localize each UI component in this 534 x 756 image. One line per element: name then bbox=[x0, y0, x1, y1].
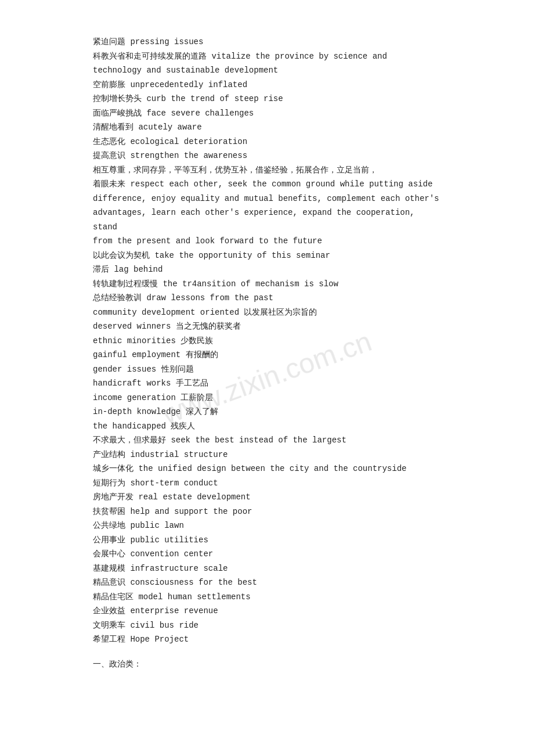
vocabulary-line: handicraft works 手工艺品 bbox=[93, 376, 441, 391]
vocabulary-line: 会展中心 convention center bbox=[93, 547, 441, 561]
vocabulary-line: 房地产开发 real estate development bbox=[93, 490, 441, 505]
vocabulary-line: 提高意识 strengthen the awareness bbox=[93, 149, 441, 163]
vocabulary-line: 精品住宅区 model human settlements bbox=[93, 590, 441, 604]
vocabulary-line: 控制增长势头 curb the trend of steep rise bbox=[93, 92, 441, 106]
vocabulary-line: 相互尊重，求同存异，平等互利，优势互补，借鉴经验，拓展合作，立足当前， bbox=[93, 163, 441, 178]
vocabulary-line: from the present and look forward to the… bbox=[93, 234, 441, 249]
vocabulary-line: 基建规模 infrastructure scale bbox=[93, 561, 441, 576]
vocabulary-line: advantages, learn each other's experienc… bbox=[93, 206, 441, 234]
main-content: 紧迫问题 pressing issues科教兴省和走可持续发展的道路 vital… bbox=[93, 35, 441, 671]
vocabulary-line: the handicapped 残疾人 bbox=[93, 419, 441, 434]
vocabulary-line: 公用事业 public utilities bbox=[93, 533, 441, 548]
vocabulary-line: in-depth knowledge 深入了解 bbox=[93, 405, 441, 419]
vocabulary-line: 短期行为 short-term conduct bbox=[93, 476, 441, 491]
vocabulary-line: 面临严峻挑战 face severe challenges bbox=[93, 106, 441, 121]
vocabulary-line: ethnic minorities 少数民族 bbox=[93, 334, 441, 348]
vocabulary-line: deserved winners 当之无愧的获奖者 bbox=[93, 319, 441, 334]
vocabulary-list: 紧迫问题 pressing issues科教兴省和走可持续发展的道路 vital… bbox=[93, 35, 441, 647]
vocabulary-line: 公共绿地 public lawn bbox=[93, 519, 441, 533]
vocabulary-line: 生态恶化 ecological deterioration bbox=[93, 135, 441, 149]
vocabulary-line: 精品意识 consciousness for the best bbox=[93, 575, 441, 590]
section-heading: 一、政治类： bbox=[93, 657, 441, 672]
vocabulary-line: technology and sustainable development bbox=[93, 63, 441, 78]
vocabulary-line: 紧迫问题 pressing issues bbox=[93, 35, 441, 49]
vocabulary-line: difference, enjoy equality and mutual be… bbox=[93, 192, 441, 206]
vocabulary-line: 希望工程 Hope Project bbox=[93, 632, 441, 647]
vocabulary-line: community development oriented 以发展社区为宗旨的 bbox=[93, 305, 441, 320]
vocabulary-line: 着眼未来 respect each other, seek the common… bbox=[93, 177, 441, 192]
vocabulary-line: 滞后 lag behind bbox=[93, 262, 441, 277]
vocabulary-line: 文明乘车 civil bus ride bbox=[93, 618, 441, 633]
vocabulary-line: 城乡一体化 the unified design between the cit… bbox=[93, 462, 441, 476]
vocabulary-line: 以此会议为契机 take the opportunity of this sem… bbox=[93, 249, 441, 263]
vocabulary-line: gender issues 性别问题 bbox=[93, 362, 441, 377]
vocabulary-line: 清醒地看到 acutely aware bbox=[93, 120, 441, 135]
vocabulary-line: gainful employment 有报酬的 bbox=[93, 348, 441, 362]
vocabulary-line: 总结经验教训 draw lessons from the past bbox=[93, 291, 441, 305]
vocabulary-line: 不求最大，但求最好 seek the best instead of the l… bbox=[93, 433, 441, 448]
vocabulary-line: 企业效益 enterprise revenue bbox=[93, 604, 441, 618]
vocabulary-line: 产业结构 industrial structure bbox=[93, 448, 441, 462]
vocabulary-line: 扶贫帮困 help and support the poor bbox=[93, 505, 441, 519]
vocabulary-line: 转轨建制过程缓慢 the tr4ansition of mechanism is… bbox=[93, 277, 441, 291]
vocabulary-line: 科教兴省和走可持续发展的道路 vitalize the province by … bbox=[93, 49, 441, 64]
vocabulary-line: income generation 工薪阶层 bbox=[93, 391, 441, 405]
vocabulary-line: 空前膨胀 unprecedentedly inflated bbox=[93, 78, 441, 92]
